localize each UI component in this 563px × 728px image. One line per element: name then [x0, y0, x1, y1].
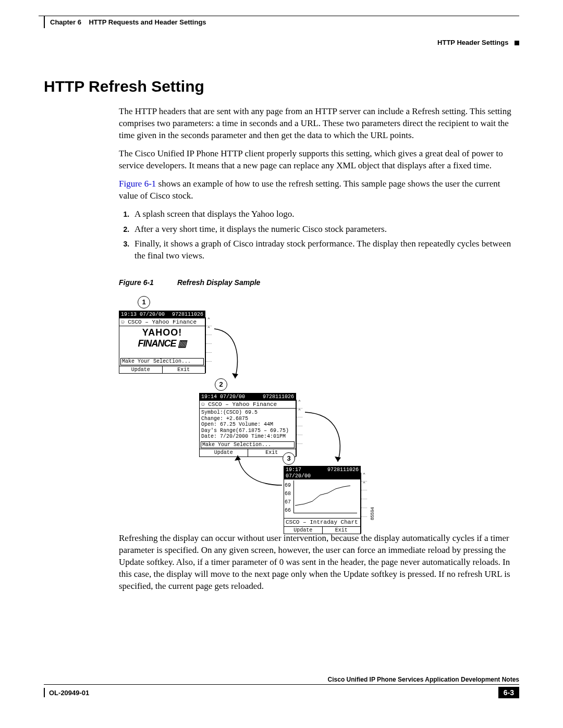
softkey-update[interactable]: Update — [284, 527, 323, 534]
running-head: Chapter 6 HTTP Requests and Header Setti… — [44, 18, 519, 28]
svg-marker-2 — [235, 455, 241, 461]
callout-2: 2 — [215, 378, 227, 391]
paragraph: The Cisco Unified IP Phone HTTP client p… — [119, 148, 519, 172]
page-number: 6-3 — [498, 687, 519, 698]
list-item: After a very short time, it displays the… — [131, 224, 519, 236]
page-footer: Cisco Unified IP Phone Services Applicat… — [44, 676, 519, 698]
header-rule — [39, 16, 519, 16]
figure-id: 85594 — [369, 507, 375, 520]
chapter-label: Chapter 6 — [50, 18, 81, 26]
chapter-title: HTTP Requests and Header Settings — [89, 18, 206, 26]
phone-screen-2: 19:14 07/20/009728111026 ☺ CSCO – Yahoo … — [199, 393, 296, 457]
section-heading: HTTP Refresh Setting — [44, 78, 519, 95]
paragraph: Refreshing the display can occur without… — [119, 533, 519, 593]
arrow-icon — [232, 451, 285, 493]
figure-crossref[interactable]: Figure 6-1 — [119, 179, 156, 189]
arrow-icon — [302, 410, 349, 467]
section-path: HTTP Header Settings — [437, 39, 508, 46]
intraday-chart: 69 68 67 66 — [293, 480, 357, 513]
finance-logo: FINANCE ▥ — [121, 338, 203, 349]
list-item: Finally, it shows a graph of Cisco intra… — [131, 238, 519, 262]
callout-1: 1 — [138, 296, 150, 309]
phone-screen-1: 19:13 07/20/009728111026 ☺ CSCO – Yahoo … — [119, 311, 205, 374]
softkey-exit[interactable]: Exit — [163, 366, 205, 374]
doc-number: OL-20949-01 — [49, 689, 89, 697]
figure-caption: Figure 6-1 Refresh Display Sample — [119, 278, 519, 288]
paragraph: The HTTP headers that are sent with any … — [119, 106, 519, 142]
softkey-exit[interactable]: Exit — [323, 527, 361, 534]
list-item: A splash screen that displays the Yahoo … — [131, 208, 519, 220]
header-marker-icon — [515, 41, 519, 45]
arrow-icon — [212, 326, 243, 384]
svg-marker-1 — [335, 456, 341, 462]
softkey-update[interactable]: Update — [119, 366, 163, 374]
paragraph: Figure 6-1 shows an example of how to us… — [119, 178, 519, 202]
figure: 1 19:13 07/20/009728111026 ☺ CSCO – Yaho… — [119, 296, 519, 525]
phone-screen-3: 19:17 07/20/009728111026 69 68 67 66 CSC… — [284, 466, 361, 534]
svg-marker-0 — [232, 373, 238, 378]
yahoo-logo: YAHOO! — [121, 327, 203, 338]
